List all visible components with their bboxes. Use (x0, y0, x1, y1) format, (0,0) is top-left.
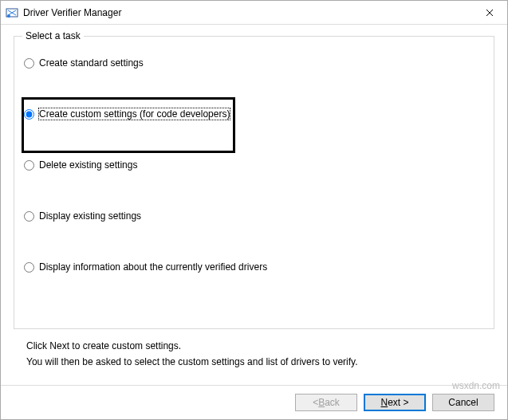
close-button[interactable] (471, 1, 507, 25)
radio-label: Delete existing settings (39, 159, 137, 171)
app-icon (6, 6, 18, 19)
radio-display-info[interactable]: Display information about the currently … (24, 261, 484, 273)
radio-input-delete-existing[interactable] (24, 160, 34, 171)
radio-display-existing[interactable]: Display existing settings (24, 210, 484, 222)
radio-label: Display existing settings (39, 210, 141, 222)
radio-create-standard[interactable]: Create standard settings (24, 57, 484, 69)
back-button: < Back (295, 394, 357, 411)
groupbox-legend: Select a task (22, 30, 84, 41)
footer: < Back Next > Cancel (1, 385, 507, 419)
titlebar: Driver Verifier Manager (1, 1, 507, 25)
radio-label: Create custom settings (for code develop… (39, 108, 230, 120)
content-area: Select a task Create standard settings C… (1, 25, 507, 385)
svg-point-1 (7, 14, 10, 18)
radio-delete-existing[interactable]: Delete existing settings (24, 159, 484, 171)
task-groupbox: Select a task Create standard settings C… (14, 36, 494, 329)
radio-input-create-standard[interactable] (24, 58, 34, 69)
next-button[interactable]: Next > (364, 394, 426, 411)
radio-input-display-info[interactable] (24, 262, 34, 273)
radio-label: Display information about the currently … (39, 261, 267, 273)
instruction-line-1: Click Next to create custom settings. (26, 340, 482, 351)
instructions: Click Next to create custom settings. Yo… (14, 329, 494, 385)
radio-create-custom[interactable]: Create custom settings (for code develop… (24, 108, 484, 120)
radio-input-display-existing[interactable] (24, 211, 34, 222)
cancel-button[interactable]: Cancel (432, 394, 494, 411)
window-title: Driver Verifier Manager (23, 7, 471, 18)
radio-label: Create standard settings (39, 57, 144, 69)
instruction-line-2: You will then be asked to select the cus… (26, 356, 482, 367)
window: Driver Verifier Manager Select a task Cr… (0, 0, 508, 420)
radio-input-create-custom[interactable] (24, 109, 34, 120)
close-icon (486, 9, 494, 17)
